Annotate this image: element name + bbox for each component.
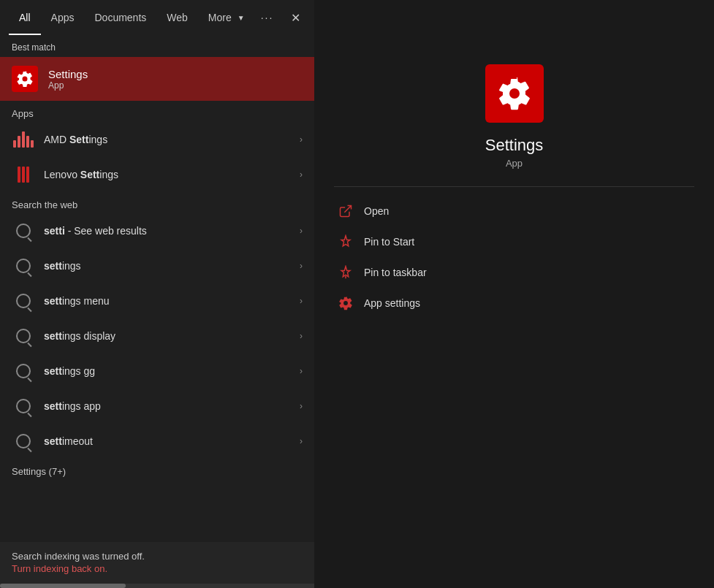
web-section-label: Search the web [0, 192, 314, 213]
open-arrow-icon [338, 204, 353, 218]
list-item-amd-settings[interactable]: AMD Settings › [0, 122, 314, 157]
detail-app-icon [485, 64, 544, 123]
pin-start-icon [338, 234, 354, 250]
list-item-settings-gg[interactable]: settings gg › [0, 354, 314, 389]
pin-taskbar-icon [338, 264, 354, 280]
ellipsis-icon: ··· [261, 12, 274, 23]
action-list: Open Pin to Start Pin [314, 196, 714, 318]
tab-apps[interactable]: Apps [41, 0, 85, 35]
tab-web[interactable]: Web [156, 0, 198, 35]
search-icon-6 [12, 394, 35, 418]
search-window: All Apps Documents Web More ▼ ··· ✕ Best… [0, 0, 314, 588]
settings-menu-label: settings menu [44, 295, 300, 307]
settings-app-icon [12, 66, 38, 92]
indexing-link[interactable]: Turn indexing back on. [12, 563, 107, 574]
pin-taskbar-icon-svg [338, 265, 353, 280]
detail-gear-icon [497, 76, 532, 111]
amd-icon [12, 128, 35, 151]
lenovo-settings-label: Lenovo Settings [44, 169, 300, 180]
chevron-right-icon-7: › [300, 366, 303, 376]
chevron-right-icon: › [300, 134, 303, 145]
best-match-text: Settings App [48, 68, 88, 91]
tabs-bar: All Apps Documents Web More ▼ ··· ✕ [0, 0, 314, 35]
setti-web-label: setti - See web results [44, 225, 300, 237]
settings-gg-label: settings gg [44, 365, 300, 377]
gear-icon [16, 70, 34, 88]
tab-all[interactable]: All [9, 0, 41, 35]
settimeout-label: settimeout [44, 435, 300, 447]
best-match-label: Best match [0, 35, 314, 57]
divider [334, 186, 694, 187]
best-match-item[interactable]: Settings App [0, 57, 314, 101]
settings-app-label: settings app [44, 400, 300, 412]
tab-more[interactable]: More ▼ [198, 1, 255, 34]
amd-settings-label: AMD Settings [44, 134, 300, 145]
ellipsis-button[interactable]: ··· [255, 7, 280, 28]
search-icon-4 [12, 324, 35, 348]
list-item-settings-menu[interactable]: settings menu › [0, 283, 314, 318]
action-open-label: Open [364, 205, 389, 217]
list-item-setti-web[interactable]: setti - See web results › [0, 213, 314, 248]
detail-panel: Settings App Open Pin to [314, 0, 714, 588]
bottom-bar: Search indexing was turned off. Turn ind… [0, 542, 314, 584]
chevron-right-icon-9: › [300, 436, 303, 446]
detail-content: Settings App Open Pin to [314, 35, 714, 588]
lenovo-icon [12, 163, 35, 186]
header-actions: ··· ✕ [255, 7, 307, 29]
more-chevron-icon: ▼ [238, 14, 245, 22]
open-icon [338, 203, 354, 219]
search-icon-2 [12, 254, 35, 278]
list-item-settimeout[interactable]: settimeout › [0, 424, 314, 459]
search-icon-7 [12, 429, 35, 453]
chevron-right-icon-5: › [300, 296, 303, 306]
settings-display-label: settings display [44, 330, 300, 342]
search-icon-3 [12, 289, 35, 313]
best-match-title: Settings [48, 68, 88, 80]
action-pin-taskbar-label: Pin to taskbar [364, 267, 427, 278]
action-app-settings-label: App settings [364, 297, 420, 309]
detail-top-bar [314, 0, 714, 35]
detail-app-subtitle: App [506, 158, 523, 169]
chevron-right-icon-4: › [300, 261, 303, 271]
apps-section-label: Apps [0, 101, 314, 122]
list-item-lenovo-settings[interactable]: Lenovo Settings › [0, 157, 314, 192]
bottom-bar-message: Search indexing was turned off. [12, 551, 303, 562]
scroll-thumb [0, 584, 126, 588]
chevron-right-icon-6: › [300, 331, 303, 341]
settings-gear-icon [338, 296, 353, 310]
list-item-settings-web[interactable]: settings › [0, 248, 314, 283]
search-icon-1 [12, 219, 35, 243]
action-pin-start[interactable]: Pin to Start [332, 226, 696, 257]
chevron-right-icon-3: › [300, 226, 303, 236]
action-open[interactable]: Open [332, 196, 696, 226]
chevron-right-icon-8: › [300, 401, 303, 411]
close-icon: ✕ [291, 11, 300, 25]
detail-app-title: Settings [485, 136, 544, 155]
action-app-settings[interactable]: App settings [332, 288, 696, 318]
scrollbar[interactable] [0, 584, 314, 588]
best-match-subtitle: App [48, 80, 88, 91]
tab-documents[interactable]: Documents [84, 0, 156, 35]
app-settings-icon [338, 295, 354, 311]
search-icon-5 [12, 359, 35, 383]
settings-group-label: Settings (7+) [0, 459, 314, 480]
action-pin-taskbar[interactable]: Pin to taskbar [332, 257, 696, 288]
close-button[interactable]: ✕ [285, 7, 306, 29]
action-pin-start-label: Pin to Start [364, 236, 414, 248]
chevron-right-icon-2: › [300, 169, 303, 180]
settings-web-label: settings [44, 260, 300, 272]
pin-icon [338, 234, 353, 249]
list-item-settings-display[interactable]: settings display › [0, 318, 314, 354]
list-item-settings-app[interactable]: settings app › [0, 389, 314, 424]
